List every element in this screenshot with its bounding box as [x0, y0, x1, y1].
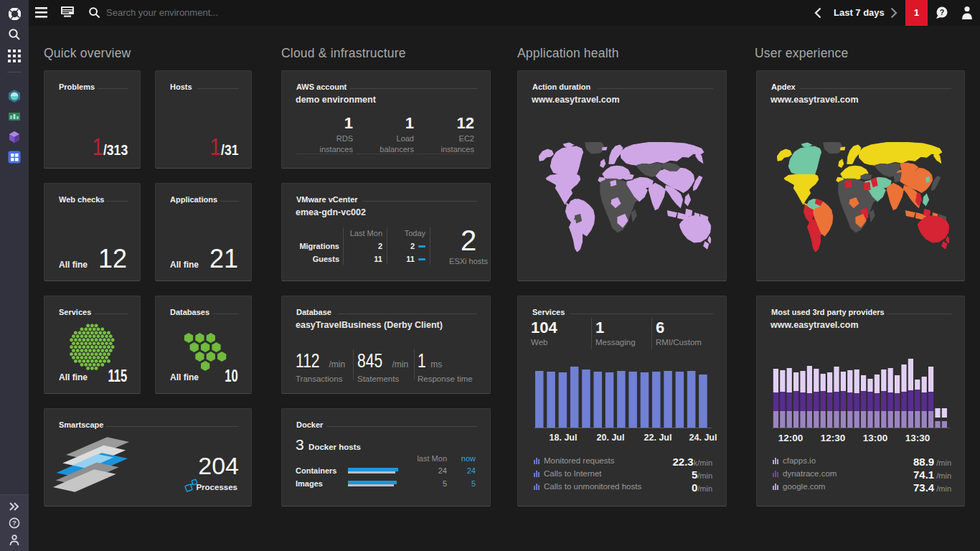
svg-text:?: ?	[940, 8, 944, 17]
svg-text:?: ?	[12, 519, 17, 527]
